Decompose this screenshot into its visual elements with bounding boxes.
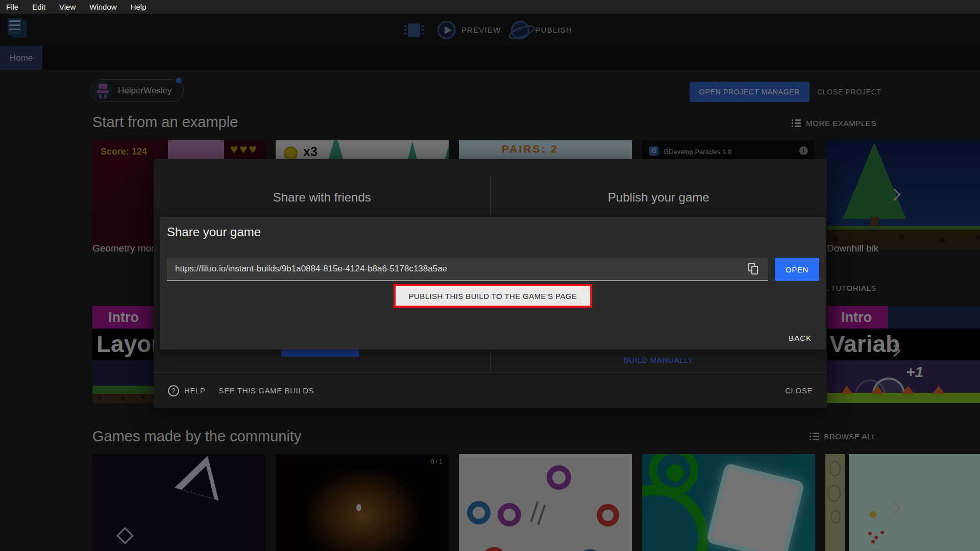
share-your-game-panel: Share your game https://liluo.io/instant… (160, 217, 826, 349)
back-button[interactable]: BACK (789, 334, 812, 342)
generate-link-button-edge[interactable] (281, 349, 359, 357)
open-build-button[interactable]: OPEN (775, 258, 819, 281)
tab-publish-your-game[interactable]: Publish your game (491, 159, 827, 217)
share-game-dialog: Share with friends Publish your game BUI… (154, 159, 827, 408)
help-icon: ? (168, 385, 179, 396)
build-url-input[interactable]: https://liluo.io/instant-builds/9b1a0884… (167, 258, 768, 281)
copy-icon[interactable] (748, 263, 760, 276)
see-game-builds-button[interactable]: SEE THIS GAME BUILDS (219, 386, 314, 395)
menu-help[interactable]: Help (131, 3, 146, 11)
dialog-footer: ? HELP SEE THIS GAME BUILDS CLOSE (154, 372, 827, 408)
publish-this-build-button[interactable]: PUBLISH THIS BUILD TO THE GAME'S PAGE (396, 286, 591, 306)
menu-edit[interactable]: Edit (32, 3, 45, 11)
build-manually-link[interactable]: BUILD MANUALLY (491, 356, 826, 364)
menu-window[interactable]: Window (89, 3, 116, 11)
build-url-value: https://liluo.io/instant-builds/9b1a0884… (175, 264, 447, 274)
menu-file[interactable]: File (6, 3, 18, 11)
tab-share-with-friends[interactable]: Share with friends (154, 159, 491, 217)
menu-bar: File Edit View Window Help (0, 0, 980, 14)
menu-view[interactable]: View (59, 3, 76, 11)
panel-title: Share your game (167, 225, 261, 239)
close-dialog-button[interactable]: CLOSE (785, 386, 813, 395)
annotation-highlight: PUBLISH THIS BUILD TO THE GAME'S PAGE (394, 284, 593, 308)
help-button[interactable]: HELP (184, 386, 206, 395)
